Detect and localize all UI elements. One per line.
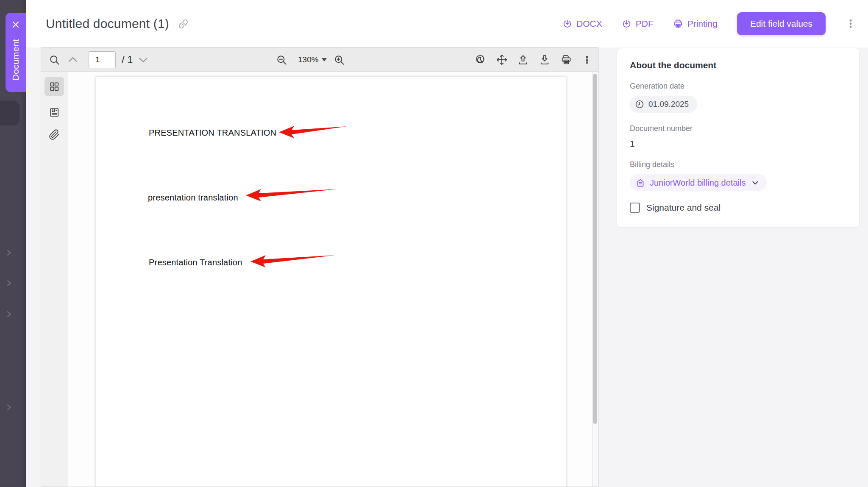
red-arrow-annotation: [279, 124, 348, 139]
document-number-value: 1: [630, 139, 846, 149]
page-number-input[interactable]: [89, 51, 116, 68]
next-page-icon[interactable]: [137, 48, 150, 72]
billing-details-value: JuniorWorld billing details: [650, 178, 746, 188]
billing-document-icon: [635, 178, 645, 188]
zoom-level-value: 130%: [298, 55, 319, 64]
close-icon[interactable]: [11, 19, 21, 30]
signature-seal-row: Signature and seal: [630, 203, 846, 213]
zoom-in-icon[interactable]: [334, 48, 345, 72]
document-number-label: Document number: [630, 124, 846, 133]
pan-move-icon[interactable]: [496, 48, 508, 72]
copy-link-icon[interactable]: [178, 19, 188, 29]
generation-date-chip: 01.09.2025: [630, 96, 697, 113]
rail-expand-icon[interactable]: [4, 248, 14, 257]
print-icon[interactable]: [560, 48, 572, 72]
chevron-down-icon: [751, 178, 760, 187]
panel-title: About the document: [630, 60, 846, 70]
document-page[interactable]: PRESENTATION TRANSLATION presentation tr…: [96, 77, 566, 487]
app-window: Document Untitled document (1) DOCX PDF: [0, 0, 868, 487]
zoom-level-dropdown[interactable]: 130%: [298, 48, 327, 72]
generation-date-value: 01.09.2025: [648, 100, 689, 109]
vertical-scrollbar[interactable]: [592, 72, 598, 487]
page-title: Untitled document (1): [46, 17, 169, 31]
clock-icon: [634, 99, 645, 109]
page-header: Untitled document (1) DOCX PDF Printing …: [26, 0, 868, 47]
rail-expand-icon[interactable]: [4, 309, 14, 319]
pdf-label: PDF: [636, 19, 654, 29]
left-navigation-rail: Document: [0, 0, 26, 487]
more-options-icon[interactable]: [845, 18, 856, 29]
edit-field-values-button[interactable]: Edit field values: [737, 12, 826, 35]
caret-down-icon: [322, 58, 327, 61]
rail-expand-icon[interactable]: [4, 278, 14, 288]
rail-expand-icon[interactable]: [4, 403, 14, 412]
download-pdf-button[interactable]: PDF: [622, 19, 654, 29]
printer-icon: [673, 19, 683, 29]
page-total-label: / 1: [122, 48, 133, 72]
pdf-viewer: / 1 130%: [41, 47, 598, 487]
download-circle-icon: [622, 19, 632, 29]
red-arrow-annotation: [246, 187, 337, 202]
download-docx-button[interactable]: DOCX: [562, 19, 602, 29]
printing-button[interactable]: Printing: [673, 19, 718, 29]
docx-label: DOCX: [576, 19, 602, 29]
rail-active-item[interactable]: [0, 101, 19, 125]
appearance-theme-icon[interactable]: [474, 48, 486, 72]
document-text-line: presentation translation: [148, 193, 238, 203]
scrollbar-thumb[interactable]: [593, 74, 597, 424]
document-drawer-tab[interactable]: Document: [6, 13, 26, 92]
document-text-line: Presentation Translation: [149, 258, 242, 267]
pdf-toolbar: / 1 130%: [41, 48, 598, 72]
bookmarks-panel-icon[interactable]: [45, 103, 64, 122]
search-icon[interactable]: [49, 48, 60, 72]
document-text-line: PRESENTATION TRANSLATION: [149, 128, 276, 138]
about-document-panel: About the document Generation date 01.09…: [617, 48, 860, 228]
document-tab-label: Document: [11, 39, 21, 81]
zoom-out-icon[interactable]: [276, 48, 287, 72]
attachments-panel-icon[interactable]: [45, 125, 64, 144]
signature-seal-label: Signature and seal: [646, 203, 721, 213]
download-icon[interactable]: [539, 48, 551, 72]
billing-details-label: Billing details: [630, 160, 846, 169]
red-arrow-annotation: [250, 253, 335, 268]
thumbnails-panel-icon[interactable]: [45, 77, 64, 96]
upload-icon[interactable]: [517, 48, 529, 72]
viewer-side-strip: [41, 72, 67, 487]
download-circle-icon: [562, 19, 572, 29]
billing-details-dropdown[interactable]: JuniorWorld billing details: [630, 174, 767, 191]
signature-seal-checkbox[interactable]: [630, 203, 640, 213]
more-tools-icon[interactable]: [582, 48, 592, 72]
generation-date-label: Generation date: [630, 82, 846, 91]
previous-page-icon[interactable]: [67, 48, 79, 72]
printing-label: Printing: [687, 19, 718, 29]
